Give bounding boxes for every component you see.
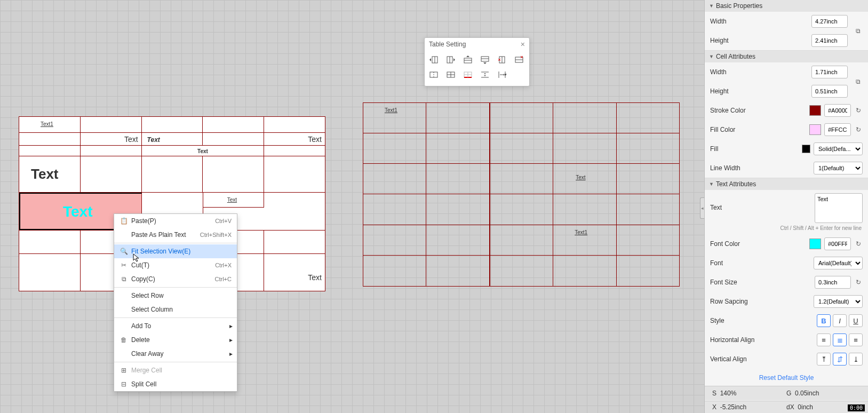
t1-cell[interactable]: [203, 133, 264, 145]
basic-width-input[interactable]: [811, 15, 848, 28]
distribute-rows-icon[interactable]: [478, 69, 492, 81]
fill-color-swatch[interactable]: [809, 124, 821, 135]
t1-cell[interactable]: [19, 133, 81, 145]
refresh-icon[interactable]: ↻: [854, 125, 863, 134]
stroke-color-input[interactable]: [824, 104, 851, 117]
t1-cell[interactable]: Text: [81, 133, 142, 145]
table-setting-toolbar[interactable]: Table Setting × ▾: [424, 37, 530, 86]
cell-width-input[interactable]: [811, 66, 848, 78]
menu-split-cell[interactable]: ⊟Split Cell: [114, 377, 237, 391]
t1-cell[interactable]: [142, 117, 203, 132]
t2-cell[interactable]: [426, 133, 490, 163]
t1-cell[interactable]: [81, 146, 142, 156]
menu-cut[interactable]: ✂Cut(T)Ctrl+X: [114, 258, 237, 272]
font-color-swatch[interactable]: [809, 239, 821, 249]
t2-cell[interactable]: Text1: [553, 225, 616, 255]
t2-cell[interactable]: [490, 164, 553, 194]
t2-cell[interactable]: [617, 133, 679, 163]
border-bottom-icon[interactable]: [461, 69, 475, 81]
t2-cell[interactable]: [490, 133, 553, 163]
t2-cell[interactable]: Text1: [363, 103, 426, 133]
text-content-input[interactable]: Text: [815, 193, 863, 223]
t2-cell[interactable]: [553, 103, 616, 133]
t2-cell[interactable]: [553, 194, 616, 224]
t1-cell[interactable]: [264, 156, 325, 192]
t1-cell[interactable]: Text: [142, 146, 264, 156]
t1-cell[interactable]: Text1: [19, 117, 81, 132]
line-width-select[interactable]: 1(Default): [814, 162, 863, 174]
t2-cell[interactable]: [553, 256, 616, 286]
t1-cell[interactable]: [264, 193, 325, 230]
stroke-color-swatch[interactable]: [809, 105, 821, 116]
canvas-grid[interactable]: Text1 Text Text Text Text Text Te: [0, 0, 704, 413]
t1-cell[interactable]: [264, 117, 325, 132]
cell-height-input[interactable]: [811, 85, 848, 98]
align-top-button[interactable]: ⤒: [817, 353, 831, 366]
t2-cell[interactable]: [617, 194, 679, 224]
split-cells-icon[interactable]: [444, 69, 458, 81]
table-2[interactable]: Text1 Text Text1: [363, 102, 680, 287]
t2-cell[interactable]: [617, 103, 679, 133]
t1-cell[interactable]: Text: [142, 133, 203, 145]
fill-color-input[interactable]: [824, 123, 851, 136]
t1-cell[interactable]: Text: [203, 193, 265, 208]
refresh-icon[interactable]: ↻: [854, 240, 863, 248]
t1-cell[interactable]: [81, 156, 142, 192]
t2-cell[interactable]: [490, 103, 553, 133]
t2-cell[interactable]: [617, 256, 679, 286]
t2-cell[interactable]: [363, 256, 426, 286]
t1-cell[interactable]: [81, 117, 142, 132]
t2-cell[interactable]: [426, 103, 490, 133]
distribute-cols-icon[interactable]: ▾: [495, 69, 509, 81]
t1-cell[interactable]: Text: [19, 156, 81, 192]
menu-delete[interactable]: 🗑Delete▸: [114, 333, 237, 347]
align-middle-button[interactable]: ⇵: [833, 353, 847, 366]
bold-button[interactable]: B: [817, 314, 831, 327]
t2-cell[interactable]: [426, 194, 490, 224]
refresh-icon[interactable]: ↻: [854, 278, 863, 287]
menu-fit-selection[interactable]: 🔍Fit Selection View(E): [114, 244, 237, 258]
lock-aspect-icon[interactable]: ⧉: [853, 77, 863, 86]
t2-cell[interactable]: [363, 225, 426, 255]
menu-paste[interactable]: 📋Paste(P)Ctrl+V: [114, 214, 237, 228]
merge-cells-icon[interactable]: [427, 69, 441, 81]
italic-button[interactable]: I: [833, 314, 847, 327]
reset-style-button[interactable]: Reset Default Style: [705, 369, 868, 387]
t2-cell[interactable]: [363, 194, 426, 224]
insert-row-below-icon[interactable]: [478, 54, 492, 66]
delete-col-icon[interactable]: [495, 54, 509, 66]
lock-aspect-icon[interactable]: ⧉: [853, 26, 863, 36]
t2-cell[interactable]: Text: [553, 164, 616, 194]
t2-cell[interactable]: [363, 133, 426, 163]
menu-select-row[interactable]: Select Row: [114, 289, 237, 303]
align-left-button[interactable]: ≡: [817, 333, 831, 346]
t1-cell[interactable]: [19, 254, 81, 291]
t1-cell[interactable]: [203, 117, 264, 132]
underline-button[interactable]: U: [849, 314, 863, 327]
font-size-input[interactable]: [815, 276, 851, 289]
section-text-header[interactable]: ▼Text Attributes: [705, 178, 868, 190]
fill-type-swatch[interactable]: [802, 145, 810, 153]
row-spacing-select[interactable]: 1.2(Default): [814, 295, 863, 308]
insert-col-left-icon[interactable]: [427, 54, 441, 66]
t2-cell[interactable]: [553, 133, 616, 163]
t1-cell[interactable]: Text: [264, 133, 325, 145]
section-cell-header[interactable]: ▼Cell Attributes: [705, 51, 868, 62]
align-center-button[interactable]: ≣: [833, 333, 847, 346]
t2-cell[interactable]: [426, 225, 490, 255]
t1-cell[interactable]: [264, 146, 325, 156]
refresh-icon[interactable]: ↻: [854, 106, 863, 115]
t2-cell[interactable]: [490, 225, 553, 255]
menu-add-to[interactable]: Add To▸: [114, 319, 237, 333]
menu-copy[interactable]: ⧉Copy(C)Ctrl+C: [114, 272, 237, 286]
insert-row-above-icon[interactable]: [461, 54, 475, 66]
t1-cell[interactable]: Text: [264, 254, 325, 291]
t2-cell[interactable]: [617, 225, 679, 255]
t2-cell[interactable]: [426, 256, 490, 286]
t1-cell[interactable]: [203, 156, 264, 192]
t1-cell[interactable]: [142, 156, 203, 192]
menu-clear-away[interactable]: Clear Away▸: [114, 347, 237, 361]
t1-cell[interactable]: [19, 146, 81, 156]
t2-cell[interactable]: [363, 164, 426, 194]
font-color-input[interactable]: [824, 237, 851, 250]
